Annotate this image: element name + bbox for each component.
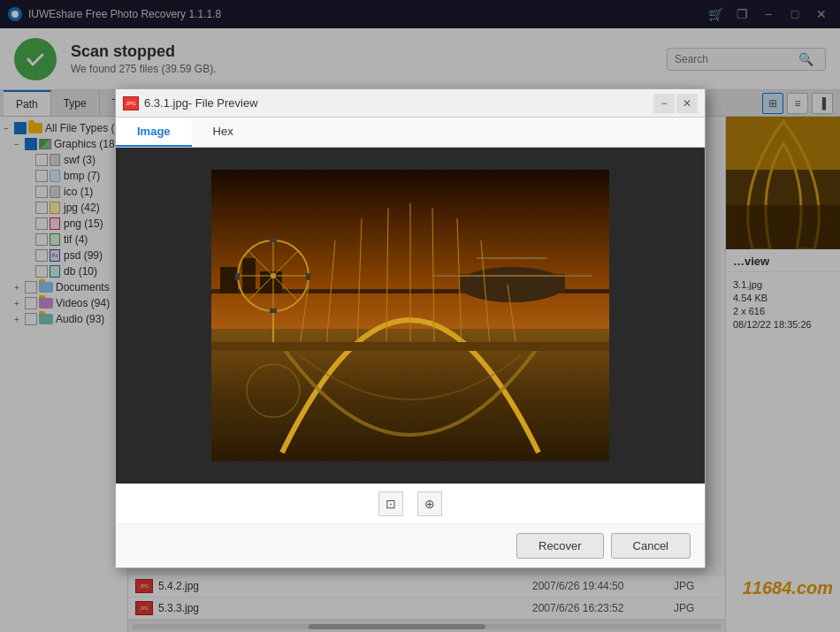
modal-file-icon: JPG — [123, 96, 139, 110]
modal-image-area — [116, 148, 705, 484]
svg-rect-11 — [459, 274, 565, 293]
svg-rect-40 — [211, 342, 609, 351]
svg-rect-35 — [270, 238, 277, 242]
fit-image-btn[interactable]: ⊡ — [378, 491, 403, 516]
modal-overlay: JPG 6.3.1.jpg- File Preview − ✕ Image He… — [0, 0, 840, 632]
modal-tab-image[interactable]: Image — [116, 118, 192, 147]
modal-title-bar: JPG 6.3.1.jpg- File Preview − ✕ — [116, 89, 705, 118]
modal-title: 6.3.1.jpg- File Preview — [144, 96, 652, 110]
svg-rect-37 — [235, 273, 240, 280]
recover-button[interactable]: Recover — [516, 533, 603, 559]
modal-image-controls: ⊡ ⊕ — [116, 484, 705, 523]
cancel-button[interactable]: Cancel — [611, 533, 691, 559]
svg-rect-38 — [306, 273, 310, 280]
actual-size-btn[interactable]: ⊕ — [417, 491, 442, 516]
modal-tab-hex[interactable]: Hex — [192, 118, 255, 147]
modal-minimize-btn[interactable]: − — [653, 94, 675, 113]
modal-close-btn[interactable]: ✕ — [676, 94, 698, 113]
modal-footer: Recover Cancel — [116, 523, 705, 567]
modal-tabs: Image Hex — [116, 118, 705, 148]
svg-rect-36 — [270, 308, 277, 313]
file-preview-dialog: JPG 6.3.1.jpg- File Preview − ✕ Image He… — [115, 88, 706, 568]
